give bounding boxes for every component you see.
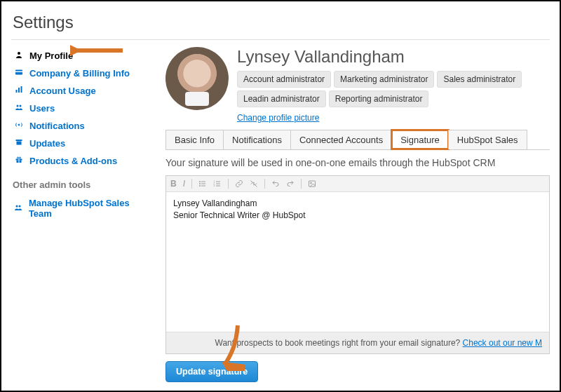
toolbar-separator xyxy=(228,179,229,189)
sidebar-item-account-usage[interactable]: Account Usage xyxy=(11,82,149,100)
users-icon xyxy=(13,103,25,114)
sidebar-item-company-billing[interactable]: Company & Billing Info xyxy=(11,65,149,82)
sidebar-item-label: Products & Add-ons xyxy=(29,156,117,166)
tab-signature[interactable]: Signature xyxy=(391,130,449,149)
profile-tabs: Basic Info Notifications Connected Accou… xyxy=(165,130,550,150)
tab-notifications[interactable]: Notifications xyxy=(223,130,291,149)
redo-icon[interactable] xyxy=(286,180,295,188)
svg-point-22 xyxy=(199,185,201,187)
bar-chart-icon xyxy=(13,86,25,96)
svg-point-7 xyxy=(20,105,22,107)
users-icon xyxy=(13,203,25,214)
unlink-icon[interactable] xyxy=(250,180,258,188)
svg-rect-31 xyxy=(309,181,316,187)
sidebar-item-users[interactable]: Users xyxy=(11,100,149,117)
sidebar-item-label: Manage HubSpot Sales Team xyxy=(29,198,147,219)
tab-hubspot-sales[interactable]: HubSpot Sales xyxy=(448,130,527,149)
link-icon[interactable] xyxy=(235,180,243,188)
card-icon xyxy=(13,68,25,79)
sidebar-item-updates[interactable]: Updates xyxy=(11,135,149,152)
role-pill: Reporting administrator xyxy=(329,90,429,107)
svg-rect-9 xyxy=(16,140,22,141)
sidebar-section-other-tools: Other admin tools xyxy=(13,180,149,190)
svg-rect-23 xyxy=(201,186,205,187)
sidebar-item-my-profile[interactable]: My Profile xyxy=(11,47,149,65)
role-pill: Leadin administrator xyxy=(237,90,326,107)
user-icon xyxy=(13,50,25,61)
svg-rect-21 xyxy=(201,184,205,184)
change-profile-picture-link[interactable]: Change profile picture xyxy=(237,113,319,123)
svg-rect-19 xyxy=(201,182,205,182)
svg-point-17 xyxy=(19,205,21,207)
prospect-promo-bar: Want prospects to book meetings right fr… xyxy=(166,332,549,353)
sidebar-item-label: Company & Billing Info xyxy=(29,68,130,79)
svg-rect-25 xyxy=(216,184,220,184)
profile-name: Lynsey Vallandingham xyxy=(237,47,550,67)
signature-line: Senior Technical Writer @ HubSpot xyxy=(173,210,306,220)
signature-editor: B I 123 xyxy=(165,175,550,354)
signature-help-text: Your signature will be used in one-on-on… xyxy=(165,157,550,168)
italic-icon[interactable]: I xyxy=(183,179,185,189)
role-pill: Sales administrator xyxy=(437,71,522,88)
sidebar-item-products-addons[interactable]: Products & Add-ons xyxy=(11,152,149,170)
signature-line: Lynsey Vallandingham xyxy=(173,198,257,208)
update-signature-button[interactable]: Update signature xyxy=(165,361,258,382)
svg-rect-10 xyxy=(17,142,22,145)
tab-connected-accounts[interactable]: Connected Accounts xyxy=(290,130,392,149)
svg-point-18 xyxy=(199,181,201,182)
sidebar-item-label: Users xyxy=(29,103,55,114)
svg-rect-13 xyxy=(19,159,20,163)
sidebar-item-label: Account Usage xyxy=(29,86,96,96)
role-pills: Account administrator Marketing administ… xyxy=(237,71,550,107)
svg-point-6 xyxy=(17,105,19,107)
svg-rect-4 xyxy=(18,88,20,93)
archive-icon xyxy=(13,138,25,149)
toolbar-separator xyxy=(264,179,265,189)
prospect-bar-link[interactable]: Check out our new M xyxy=(463,338,542,348)
page-title: Settings xyxy=(13,13,550,32)
sidebar-item-label: My Profile xyxy=(29,50,73,61)
editor-toolbar: B I 123 xyxy=(166,176,549,192)
tab-basic-info[interactable]: Basic Info xyxy=(165,130,224,149)
svg-rect-5 xyxy=(21,86,22,93)
sidebar-item-label: Notifications xyxy=(29,121,85,131)
toolbar-separator xyxy=(301,179,302,189)
main-content: Lynsey Vallandingham Account administrat… xyxy=(149,47,550,382)
svg-point-16 xyxy=(16,205,18,207)
role-pill: Account administrator xyxy=(237,71,331,88)
svg-rect-24 xyxy=(216,182,220,182)
role-pill: Marketing administrator xyxy=(334,71,434,88)
svg-rect-3 xyxy=(16,90,18,93)
undo-icon[interactable] xyxy=(271,180,280,188)
svg-point-15 xyxy=(20,157,21,158)
ul-list-icon[interactable] xyxy=(198,180,207,188)
svg-point-14 xyxy=(18,157,19,158)
svg-text:3: 3 xyxy=(214,184,215,187)
toolbar-separator xyxy=(191,179,192,189)
sidebar-item-notifications[interactable]: Notifications xyxy=(11,117,149,135)
sidebar-item-manage-sales-team[interactable]: Manage HubSpot Sales Team xyxy=(11,194,149,222)
svg-point-32 xyxy=(311,182,312,184)
svg-point-20 xyxy=(199,183,201,184)
svg-rect-26 xyxy=(216,186,220,187)
bold-icon[interactable]: B xyxy=(170,179,177,189)
divider xyxy=(11,39,550,40)
signature-textarea[interactable]: Lynsey Vallandingham Senior Technical Wr… xyxy=(166,192,549,332)
svg-point-0 xyxy=(18,52,20,55)
broadcast-icon xyxy=(13,121,25,131)
settings-sidebar: My Profile Company & Billing Info Accoun… xyxy=(11,47,149,382)
svg-point-8 xyxy=(18,124,20,126)
svg-rect-2 xyxy=(15,72,22,73)
image-icon[interactable] xyxy=(308,180,316,188)
sidebar-item-label: Updates xyxy=(29,138,65,149)
gift-icon xyxy=(13,156,25,166)
ol-list-icon[interactable]: 123 xyxy=(213,180,222,188)
prospect-bar-text: Want prospects to book meetings right fr… xyxy=(215,338,463,348)
avatar xyxy=(165,47,229,110)
